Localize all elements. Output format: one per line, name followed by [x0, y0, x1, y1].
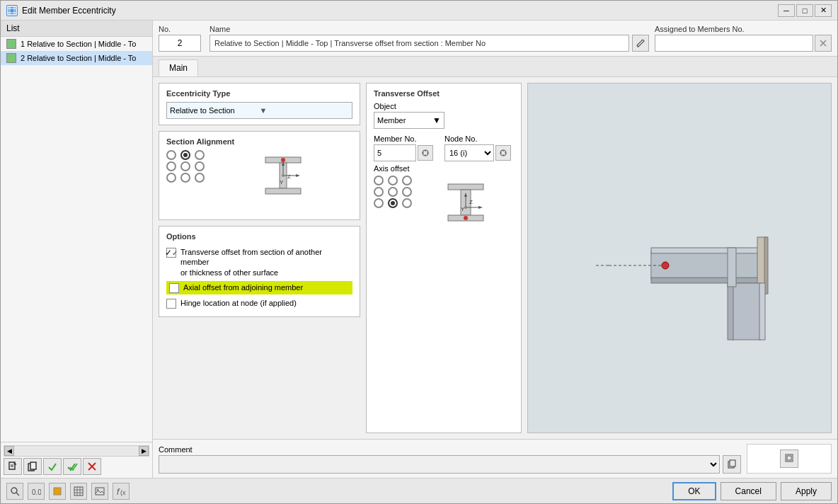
no-label: No. [159, 25, 201, 33]
no-field: No. [159, 25, 201, 52]
axis-radio-9[interactable] [402, 198, 412, 208]
axis-radio-7[interactable] [374, 198, 384, 208]
maximize-button[interactable]: □ [796, 4, 813, 17]
comment-copy-button[interactable] [723, 455, 741, 474]
assigned-label: Assigned to Members No. [655, 25, 832, 33]
edit-name-button[interactable] [632, 35, 649, 52]
eccentricity-type-section: Eccentricity Type Relative to Section ▼ [159, 83, 360, 125]
object-label: Object [374, 102, 514, 110]
eccentricity-type-dropdown[interactable]: Relative to Section ▼ [166, 102, 352, 119]
comment-section: Comment [159, 445, 741, 474]
axis-radio-1[interactable] [374, 176, 384, 185]
node-no-label: Node No. [444, 134, 511, 143]
decimal-button[interactable]: 0.0 [28, 483, 45, 500]
panel-content: Eccentricity Type Relative to Section ▼ … [153, 77, 837, 439]
option-3-row: Hinge location at node (if applied) [166, 296, 352, 311]
axis-radio-6[interactable] [402, 187, 412, 197]
footer-buttons: OK Cancel Apply [672, 482, 832, 500]
eccentricity-type-value: Relative to Section [170, 106, 260, 115]
svg-text:Z: Z [469, 199, 473, 205]
node-no-select[interactable]: 16 (i) 17 (j) [444, 144, 494, 161]
axis-beam-preview: Z Y [418, 176, 514, 239]
member-no-input[interactable] [374, 144, 416, 161]
accept2-button[interactable] [63, 458, 81, 475]
footer-toolbar: 0.0 f(x) [6, 483, 130, 500]
svg-line-66 [16, 493, 19, 496]
close-button[interactable]: ✕ [815, 4, 832, 17]
cancel-button[interactable]: Cancel [721, 482, 776, 500]
axis-radio-3[interactable] [402, 176, 412, 185]
options-label: Options [166, 232, 352, 241]
accept-button[interactable] [43, 458, 62, 475]
list-item[interactable]: 2 Relative to Section | Middle - To [1, 51, 152, 65]
left-panel-bottom: ◀ ▶ [1, 442, 152, 478]
svg-point-40 [464, 216, 468, 220]
search-footer-button[interactable] [6, 483, 23, 500]
radio-bot-right[interactable] [195, 173, 205, 183]
color-button[interactable] [49, 483, 66, 500]
grid-button[interactable] [70, 483, 87, 500]
svg-rect-62 [730, 460, 735, 466]
delete-button[interactable] [83, 458, 101, 475]
left-toolbar [4, 458, 149, 475]
list-item-text: 1 Relative to Section | Middle - To [21, 40, 136, 48]
no-input[interactable] [159, 35, 201, 52]
svg-rect-50 [651, 277, 764, 283]
radio-mid-right[interactable] [195, 161, 205, 171]
option-2-checkbox[interactable] [169, 283, 179, 293]
axis-row-2 [374, 187, 412, 197]
node-no-pick-button[interactable] [495, 145, 511, 161]
option-2-row: Axial offset from adjoining member [166, 281, 352, 294]
minimize-button[interactable]: ─ [778, 4, 795, 17]
duplicate-button[interactable] [23, 458, 42, 475]
axis-radio-4[interactable] [374, 187, 384, 197]
option-2-label: Axial offset from adjoining member [183, 282, 303, 292]
scrollbar[interactable]: ◀ ▶ [4, 445, 149, 457]
svg-point-65 [11, 488, 17, 493]
svg-point-47 [464, 206, 467, 209]
radio-mid-center[interactable] [180, 161, 190, 171]
assigned-input[interactable] [655, 35, 813, 52]
svg-text:(x): (x) [120, 489, 126, 496]
scroll-right-btn[interactable]: ▶ [139, 446, 149, 456]
radio-top-right[interactable] [195, 150, 205, 160]
radio-top-center[interactable] [180, 150, 190, 160]
option-1-checkbox[interactable]: ✓ [166, 248, 176, 258]
main-content: List 1 Relative to Section | Middle - To… [1, 21, 837, 478]
assigned-clear-button[interactable] [815, 35, 832, 52]
name-field: Name [210, 25, 649, 52]
object-dropdown[interactable]: Member ▼ [374, 112, 444, 129]
svg-rect-0 [8, 6, 16, 15]
tab-main[interactable]: Main [159, 59, 198, 76]
ok-button[interactable]: OK [672, 482, 716, 500]
scroll-left-btn[interactable]: ◀ [4, 446, 14, 456]
radio-mid-left[interactable] [166, 161, 176, 171]
formula-button[interactable]: f(x) [113, 483, 130, 500]
section-alignment-section: Section Alignment [159, 131, 360, 220]
radio-top-left[interactable] [166, 150, 176, 160]
object-value: Member [377, 116, 432, 125]
svg-rect-49 [651, 248, 764, 253]
list-item[interactable]: 1 Relative to Section | Middle - To [1, 37, 152, 51]
assigned-row [655, 35, 832, 52]
axis-radio-8[interactable] [388, 198, 398, 208]
option-3-checkbox[interactable] [166, 299, 176, 309]
extra-button[interactable] [780, 449, 798, 468]
radio-bot-left[interactable] [166, 173, 176, 183]
name-input[interactable] [210, 35, 629, 52]
image-button[interactable] [91, 483, 108, 500]
assigned-field: Assigned to Members No. [655, 25, 832, 52]
transverse-offset-section: Transverse Offset Object Member ▼ Member… [366, 83, 522, 433]
node-no-input-row: 16 (i) 17 (j) [444, 144, 511, 161]
new-button[interactable] [4, 458, 22, 475]
apply-button[interactable]: Apply [781, 482, 832, 500]
comment-select[interactable] [159, 455, 720, 474]
axis-radio-5[interactable] [388, 187, 398, 197]
axis-radio-2[interactable] [388, 176, 398, 185]
axis-radio-grid [374, 176, 412, 208]
member-no-pick-button[interactable] [418, 145, 433, 161]
svg-rect-37 [448, 184, 483, 190]
svg-text:0.0: 0.0 [32, 488, 41, 496]
axis-content: Z Y [374, 176, 514, 239]
radio-bot-center[interactable] [180, 173, 190, 183]
